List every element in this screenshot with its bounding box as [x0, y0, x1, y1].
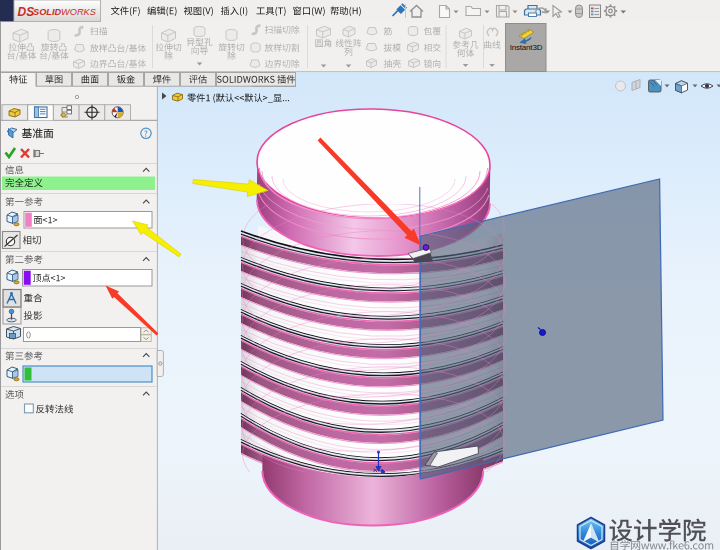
svg-text:Instant3D: Instant3D: [510, 43, 543, 52]
svg-text:DS: DS: [18, 5, 35, 19]
svg-text:SOLIDWORKS: SOLIDWORKS: [33, 7, 97, 17]
